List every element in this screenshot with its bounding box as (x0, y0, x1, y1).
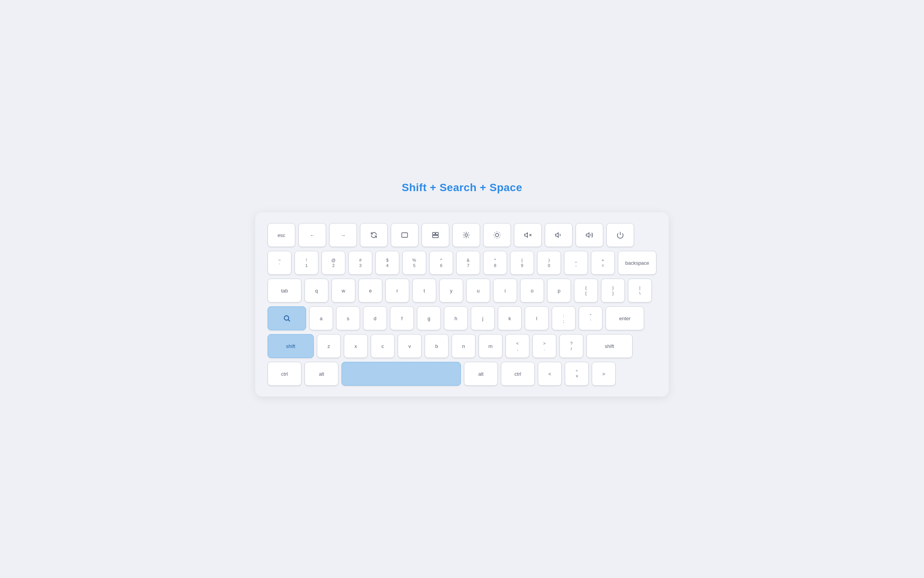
key-pipe[interactable]: |\ (628, 279, 652, 302)
key-volume-up[interactable] (576, 223, 603, 247)
shift-row: shift z x c v b n m <, >. ?/ shift (268, 334, 656, 358)
key-i[interactable]: i (493, 279, 517, 302)
key-close-bracket[interactable]: }] (601, 279, 625, 302)
key-ctrl-left[interactable]: ctrl (268, 362, 301, 386)
key-p[interactable]: p (547, 279, 571, 302)
function-row: esc ← → (268, 223, 656, 247)
svg-line-20 (495, 237, 495, 237)
key-o[interactable]: o (520, 279, 544, 302)
key-forward-arrow[interactable]: → (329, 223, 357, 247)
key-comma[interactable]: <, (506, 334, 529, 358)
key-f[interactable]: f (390, 306, 414, 330)
svg-line-17 (499, 237, 499, 237)
key-arrow-left[interactable]: < (538, 362, 562, 386)
key-t[interactable]: t (412, 279, 436, 302)
key-7[interactable]: &7 (456, 251, 480, 275)
bottom-row: ctrl alt alt ctrl < ^∨ > (268, 362, 656, 386)
svg-marker-25 (556, 233, 559, 237)
key-shift-left[interactable]: shift (268, 334, 314, 358)
key-esc[interactable]: esc (268, 223, 295, 247)
key-ctrl-right[interactable]: ctrl (501, 362, 535, 386)
key-r[interactable]: r (385, 279, 409, 302)
key-alt-left[interactable]: alt (305, 362, 338, 386)
key-h[interactable]: h (444, 306, 468, 330)
key-equals[interactable]: += (591, 251, 615, 275)
svg-rect-1 (433, 232, 435, 235)
key-g[interactable]: g (417, 306, 441, 330)
key-minus[interactable]: _- (564, 251, 588, 275)
key-space[interactable] (341, 362, 461, 386)
number-row: ~` !1 @2 #3 $4 %5 ^6 &7 *8 (9 )0 (268, 251, 656, 275)
key-k[interactable]: k (498, 306, 522, 330)
key-q[interactable]: q (305, 279, 328, 302)
key-brightness-down[interactable] (452, 223, 480, 247)
key-1[interactable]: !1 (295, 251, 318, 275)
key-b[interactable]: b (425, 334, 449, 358)
svg-line-16 (495, 233, 495, 233)
key-m[interactable]: m (479, 334, 502, 358)
key-brightness-up[interactable] (483, 223, 511, 247)
key-v[interactable]: v (398, 334, 422, 358)
svg-line-21 (499, 233, 499, 233)
key-arrow-updown[interactable]: ^∨ (565, 362, 589, 386)
svg-line-12 (468, 233, 469, 234)
svg-point-13 (495, 234, 499, 237)
key-w[interactable]: w (331, 279, 355, 302)
key-search[interactable] (268, 306, 306, 330)
key-enter[interactable]: enter (606, 306, 644, 330)
key-shift-right[interactable]: shift (586, 334, 633, 358)
key-tilde[interactable]: ~` (268, 251, 291, 275)
key-0[interactable]: )0 (537, 251, 561, 275)
key-8[interactable]: *8 (483, 251, 507, 275)
key-mute[interactable] (514, 223, 542, 247)
key-l[interactable]: l (525, 306, 549, 330)
svg-marker-22 (525, 233, 528, 237)
key-quote[interactable]: "' (579, 306, 603, 330)
key-tab[interactable]: tab (268, 279, 301, 302)
svg-rect-3 (433, 235, 439, 238)
key-4[interactable]: $4 (375, 251, 399, 275)
svg-line-29 (288, 320, 290, 321)
key-alt-right[interactable]: alt (464, 362, 498, 386)
key-6[interactable]: ^6 (429, 251, 453, 275)
key-open-bracket[interactable]: {[ (574, 279, 598, 302)
svg-rect-0 (402, 233, 408, 237)
key-z[interactable]: z (317, 334, 341, 358)
key-arrow-right[interactable]: > (592, 362, 616, 386)
key-c[interactable]: c (371, 334, 395, 358)
qwerty-row: tab q w e r t y u i o p {[ }] |\ (268, 279, 656, 302)
key-5[interactable]: %5 (402, 251, 426, 275)
key-j[interactable]: j (471, 306, 495, 330)
key-overview[interactable] (422, 223, 449, 247)
svg-rect-2 (436, 232, 439, 235)
key-a[interactable]: a (309, 306, 333, 330)
svg-point-4 (465, 234, 468, 237)
svg-line-7 (464, 233, 465, 234)
key-volume-down[interactable] (545, 223, 572, 247)
svg-marker-26 (586, 233, 589, 237)
key-3[interactable]: #3 (348, 251, 372, 275)
key-n[interactable]: n (452, 334, 475, 358)
home-row: a s d f g h j k l :; "' enter (268, 306, 656, 330)
key-period[interactable]: >. (532, 334, 556, 358)
key-s[interactable]: s (336, 306, 360, 330)
svg-line-8 (468, 237, 469, 238)
key-fullscreen[interactable] (391, 223, 418, 247)
key-2[interactable]: @2 (321, 251, 345, 275)
svg-line-11 (464, 237, 465, 238)
keyboard: esc ← → (255, 212, 669, 397)
key-u[interactable]: u (466, 279, 490, 302)
page-title: Shift + Search + Space (402, 181, 522, 194)
key-x[interactable]: x (344, 334, 368, 358)
key-semicolon[interactable]: :; (552, 306, 576, 330)
key-9[interactable]: (9 (510, 251, 534, 275)
key-e[interactable]: e (358, 279, 382, 302)
key-back-arrow[interactable]: ← (298, 223, 326, 247)
key-backspace[interactable]: backspace (618, 251, 656, 275)
key-power[interactable] (606, 223, 634, 247)
key-y[interactable]: y (439, 279, 463, 302)
key-d[interactable]: d (363, 306, 387, 330)
key-refresh[interactable] (360, 223, 388, 247)
key-slash[interactable]: ?/ (559, 334, 583, 358)
